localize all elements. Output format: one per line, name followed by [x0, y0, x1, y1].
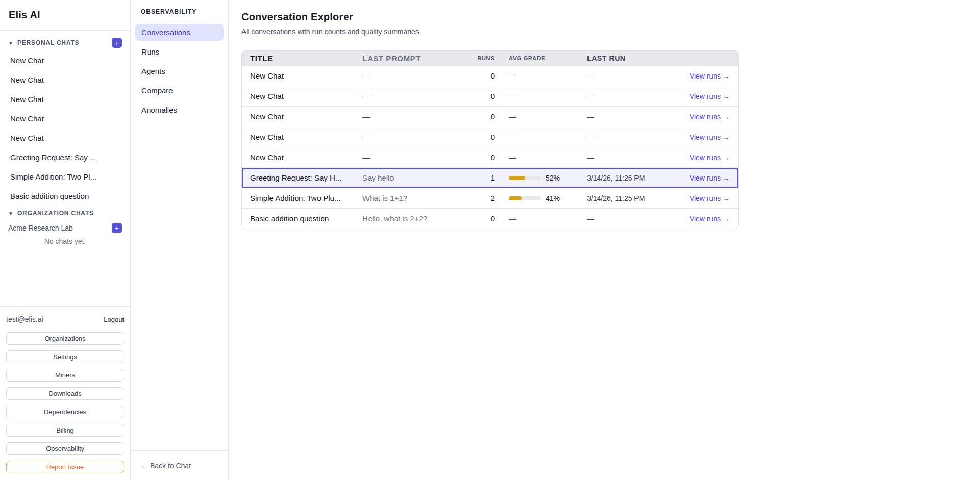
grade-percentage: — — [509, 215, 516, 223]
grade-progress-bar — [509, 176, 541, 180]
table-row[interactable]: Greeting Request: Say H... Say hello 1 5… — [242, 167, 738, 188]
cell-last-run: 3/14/26, 11:25 PM — [587, 194, 681, 203]
cell-avg-grade: — — [495, 133, 587, 141]
cell-runs: 0 — [474, 214, 495, 223]
sidebar-chat-item[interactable]: New Chat — [0, 50, 130, 70]
grade-progress-bar — [509, 196, 541, 200]
cell-last-prompt: — — [362, 153, 474, 162]
cell-avg-grade: — — [495, 113, 587, 121]
cell-runs: 0 — [474, 133, 495, 141]
brand-row: Elis AI — [0, 0, 130, 31]
cell-runs: 0 — [474, 92, 495, 100]
cell-avg-grade: — — [495, 72, 587, 80]
sidebar-button-settings[interactable]: Settings — [6, 350, 124, 363]
organization-name: Acme Research Lab — [8, 224, 73, 232]
view-runs-link[interactable]: View runs → — [681, 194, 738, 203]
cell-avg-grade: 52% — [495, 174, 587, 182]
view-runs-link[interactable]: View runs → — [681, 72, 738, 80]
sidebar-chat-item[interactable]: New Chat — [0, 70, 130, 89]
cell-last-prompt: — — [362, 112, 474, 121]
view-runs-link[interactable]: View runs → — [681, 215, 738, 223]
table-row[interactable]: New Chat — 0 — — View runs → — [242, 106, 738, 127]
main-content: Conversation Explorer All conversations … — [229, 0, 980, 480]
caret-down-icon[interactable]: ▼ — [8, 40, 13, 46]
grade-percentage: — — [509, 92, 516, 100]
cell-runs: 0 — [474, 71, 495, 80]
app-brand: Elis AI — [9, 9, 40, 21]
sidebar-button-downloads[interactable]: Downloads — [6, 387, 124, 400]
personal-chat-list: New ChatNew ChatNew ChatNew ChatNew Chat… — [0, 50, 130, 206]
cell-title: Greeting Request: Say H... — [242, 173, 362, 182]
table-row[interactable]: Simple Addition: Two Plu... What is 1+1?… — [242, 188, 738, 208]
cell-last-run: — — [587, 215, 681, 223]
column-header-last-run: LAST RUN — [587, 54, 681, 62]
view-runs-link[interactable]: View runs → — [681, 174, 738, 182]
sidebar-chat-item[interactable]: Greeting Request: Say ... — [0, 147, 130, 167]
new-personal-chat-button[interactable]: + — [112, 38, 122, 48]
cell-avg-grade: — — [495, 154, 587, 162]
organization-empty-state: No chats yet. — [0, 235, 130, 247]
cell-last-run: — — [587, 133, 681, 141]
table-row[interactable]: New Chat — 0 — — View runs → — [242, 127, 738, 147]
table-row[interactable]: New Chat — 0 — — View runs → — [242, 147, 738, 167]
obs-nav-item-agents[interactable]: Agents — [135, 63, 224, 80]
cell-title: New Chat — [242, 71, 362, 80]
obs-nav-item-anomalies[interactable]: Anomalies — [135, 102, 224, 118]
sidebar-chat-item[interactable]: New Chat — [0, 109, 130, 128]
page-subtitle: All conversations with run counts and qu… — [241, 28, 980, 36]
cell-title: New Chat — [242, 153, 362, 162]
obs-nav-item-compare[interactable]: Compare — [135, 82, 224, 99]
back-to-chat-link[interactable]: ← Back to Chat — [131, 450, 228, 480]
table-row[interactable]: Basic addition question Hello, what is 2… — [242, 208, 738, 229]
spacer — [131, 121, 228, 450]
obs-nav-item-conversations[interactable]: Conversations — [135, 24, 224, 41]
table-row[interactable]: New Chat — 0 — — View runs → — [242, 86, 738, 106]
cell-runs: 1 — [474, 173, 495, 182]
cell-title: New Chat — [242, 133, 362, 141]
sidebar-chat-item[interactable]: New Chat — [0, 128, 130, 147]
account-email: test@elis.ai — [6, 315, 43, 323]
cell-last-prompt: — — [362, 92, 474, 100]
sidebar-button-dependencies[interactable]: Dependencies — [6, 406, 124, 418]
view-runs-link[interactable]: View runs → — [681, 133, 738, 141]
logout-link[interactable]: Logout — [104, 316, 124, 323]
cell-last-prompt: — — [362, 71, 474, 80]
cell-last-run: 3/14/26, 11:26 PM — [587, 174, 681, 182]
sidebar-button-list: OrganizationsSettingsMinersDownloadsDepe… — [6, 332, 124, 455]
column-header-avg-grade: AVG GRADE — [495, 55, 587, 61]
sidebar-chat-item[interactable]: Basic addition question — [0, 186, 130, 206]
sidebar-chat-item[interactable]: Simple Addition: Two Pl... — [0, 167, 130, 186]
grade-percentage: — — [509, 72, 516, 80]
view-runs-link[interactable]: View runs → — [681, 154, 738, 162]
sidebar-button-billing[interactable]: Billing — [6, 424, 124, 437]
table-row[interactable]: New Chat — 0 — — View runs → — [242, 65, 738, 86]
caret-down-icon[interactable]: ▼ — [8, 211, 13, 216]
grade-progress-fill — [509, 196, 522, 200]
cell-last-prompt: Hello, what is 2+2? — [362, 214, 474, 223]
sidebar-button-organizations[interactable]: Organizations — [6, 332, 124, 345]
cell-avg-grade: 41% — [495, 194, 587, 203]
primary-sidebar: Elis AI ▼ PERSONAL CHATS + New ChatNew C… — [0, 0, 131, 480]
cell-runs: 0 — [474, 153, 495, 162]
column-header-title: TITLE — [242, 54, 362, 63]
cell-last-prompt: What is 1+1? — [362, 194, 474, 203]
cell-last-prompt: Say hello — [362, 173, 474, 182]
obs-nav-item-runs[interactable]: Runs — [135, 43, 224, 60]
cell-title: New Chat — [242, 92, 362, 100]
report-issue-button[interactable]: Report Issue — [6, 461, 124, 473]
personal-chats-label: PERSONAL CHATS — [17, 39, 79, 46]
view-runs-link[interactable]: View runs → — [681, 92, 738, 100]
sidebar-chat-item[interactable]: New Chat — [0, 89, 130, 109]
cell-runs: 0 — [474, 112, 495, 121]
grade-percentage: — — [509, 154, 516, 162]
cell-last-run: — — [587, 72, 681, 80]
sidebar-button-observability[interactable]: Observability — [6, 442, 124, 455]
cell-last-run: — — [587, 154, 681, 162]
column-header-runs: RUNS — [474, 55, 495, 61]
grade-progress-fill — [509, 176, 525, 180]
grade-percentage: 52% — [546, 174, 560, 182]
conversation-table-body: New Chat — 0 — — View runs → New Chat — … — [242, 65, 738, 229]
sidebar-button-miners[interactable]: Miners — [6, 369, 124, 382]
new-organization-chat-button[interactable]: + — [112, 223, 122, 233]
view-runs-link[interactable]: View runs → — [681, 113, 738, 121]
